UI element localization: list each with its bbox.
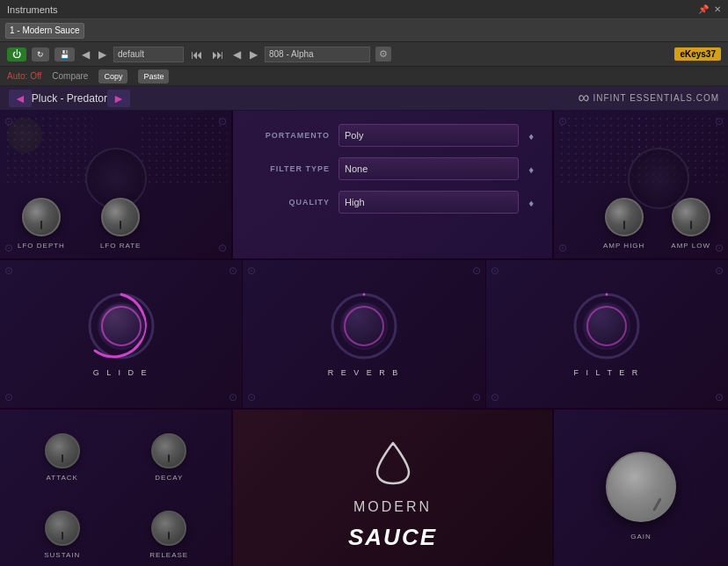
glide-section: ⊙ ⊙ ⊙ ⊙ [0,260,243,408]
corner-br-icon: ⊙ [218,242,227,254]
next-alt-button[interactable]: ▶ [248,48,259,61]
release-label: RELEASE [149,551,188,559]
svg-point-1 [98,303,144,349]
lfo-rate-knob[interactable] [101,198,140,236]
toolbar: ⏻ ↻ 💾 ◀ ▶ default ⏮ ⏭ ◀ ▶ 808 - Alpha ⚙ … [0,42,728,67]
patch-select[interactable]: 808 - Alpha [265,47,370,62]
glide-br-icon: ⊙ [229,391,237,403]
auto-off-label: Auto: Off [7,71,41,81]
svg-point-7 [584,303,630,349]
right-arrow-button[interactable]: ► [107,90,130,107]
quality-arrow-icon: ⬧ [528,195,535,209]
bottom-right: GAIN [552,410,728,566]
amp-low-knob[interactable] [672,198,710,236]
glide-bl-icon: ⊙ [4,391,13,403]
r-corner-br-icon: ⊙ [715,242,724,254]
reverb-knob[interactable] [329,291,399,361]
prev-patch-button[interactable]: ⏮ [189,47,205,62]
corner-tr-icon: ⊙ [218,115,227,127]
filter-type-arrow-icon: ⬧ [528,162,535,176]
amp-high-label: AMP HIGH [603,242,644,250]
glide-tl-icon: ⊙ [4,265,13,277]
glide-knob-ring [86,291,157,361]
corner-tl-icon: ⊙ [4,115,13,127]
sustain-container: SUSTAIN [44,511,80,559]
lfo-rate-container: LFO RATE [100,198,142,250]
compare-label: Compare [52,71,88,81]
preset-name-select[interactable]: default [113,47,184,62]
r-corner-tl-icon: ⊙ [558,115,567,127]
brand-symbol: ∞ [579,89,590,107]
right-panel: AMP HIGH AMP LOW ⊙ ⊙ ⊙ ⊙ [552,111,728,258]
middle-section: ⊙ ⊙ ⊙ ⊙ [0,260,728,410]
decay-label: DECAY [155,474,183,482]
r-corner-tr-icon: ⊙ [715,115,724,127]
filter-label: F I L T E R [573,368,640,377]
svg-point-4 [341,303,387,349]
amp-low-label: AMP LOW [671,242,710,250]
title-bar-text: Instruments [7,4,57,15]
logo-sauce-text: SAUCE [348,524,437,551]
close-button[interactable]: ✕ [714,4,721,14]
filter-knob-ring [571,291,642,361]
reverb-label: R E V E R B [328,368,401,377]
dot-grid-right [139,115,227,185]
paste-button[interactable]: Paste [138,69,169,83]
portamento-select[interactable]: Poly Mono Legato [339,124,519,147]
header-strip: ◄ Pluck - Predator ► ∞ INFINT ESSENTIALS… [0,86,728,111]
attack-container: ATTACK [45,433,80,482]
attack-label: ATTACK [47,474,78,482]
reverb-bl-icon: ⊙ [247,391,256,403]
left-panel: LFO DEPTH LFO RATE ⊙ ⊙ ⊙ ⊙ [0,111,233,258]
next-patch-button[interactable]: ⏭ [210,47,226,62]
quality-select[interactable]: Low Medium High [339,191,519,214]
nav-left-button[interactable]: ◀ [80,48,91,61]
lfo-depth-knob[interactable] [22,198,61,236]
save-button[interactable]: 💾 [55,47,75,62]
corner-bl-icon: ⊙ [4,242,13,254]
power-button[interactable]: ⏻ [7,47,26,62]
filter-br-icon: ⊙ [715,391,724,403]
logo-modern-text: MODERN [353,499,432,515]
decay-container: DECAY [151,433,186,482]
attack-knob[interactable] [45,433,80,468]
amp-low-container: AMP LOW [671,198,710,250]
glide-knob[interactable] [86,291,157,361]
gain-container: GAIN [606,452,676,541]
nav-right-button[interactable]: ▶ [97,48,108,61]
prev-alt-button[interactable]: ◀ [231,48,243,61]
filter-type-select[interactable]: None Low Pass High Pass Band Pass [339,157,519,180]
release-knob[interactable] [151,511,186,546]
brand-text: INFINT ESSENTIALS.COM [593,93,719,103]
copy-button[interactable]: Copy [98,69,127,83]
reverb-br-icon: ⊙ [472,391,481,403]
preset-select[interactable]: 1 - Modern Sauce [5,23,84,39]
portamento-arrow-icon: ⬧ [528,128,535,142]
lfo-depth-container: LFO DEPTH [18,198,65,250]
portamento-row: PORTAMENTO Poly Mono Legato ⬧ [251,124,535,147]
loop-button[interactable]: ↻ [32,47,49,62]
portamento-label: PORTAMENTO [251,131,330,140]
gain-knob[interactable] [606,452,676,522]
gear-button[interactable]: ⚙ [375,47,391,62]
filter-type-row: FILTER TYPE None Low Pass High Pass Band… [251,157,535,180]
gain-label: GAIN [630,533,652,541]
preset-bar: 1 - Modern Sauce [0,19,728,42]
left-arrow-button[interactable]: ◄ [9,90,32,107]
bottom-section: ATTACK DECAY SUSTAIN RELEASE MODERN [0,410,728,566]
filter-knob[interactable] [571,291,642,361]
bottom-left: ATTACK DECAY SUSTAIN RELEASE [0,410,233,566]
glide-label: G L I D E [93,368,149,377]
sustain-knob[interactable] [45,511,80,546]
filter-bl-icon: ⊙ [491,391,499,403]
amp-high-container: AMP HIGH [603,198,644,250]
decay-knob[interactable] [151,433,186,468]
reverb-tl-icon: ⊙ [247,265,256,277]
release-container: RELEASE [149,511,188,559]
quality-row: QUALITY Low Medium High ⬧ [251,191,535,214]
r-corner-bl-icon: ⊙ [558,242,567,254]
patch-title: Pluck - Predator [32,92,107,105]
reverb-section: ⊙ ⊙ ⊙ ⊙ R E V E R B [243,260,485,408]
pin-button[interactable]: 📌 [698,4,709,14]
amp-high-knob[interactable] [605,198,644,236]
